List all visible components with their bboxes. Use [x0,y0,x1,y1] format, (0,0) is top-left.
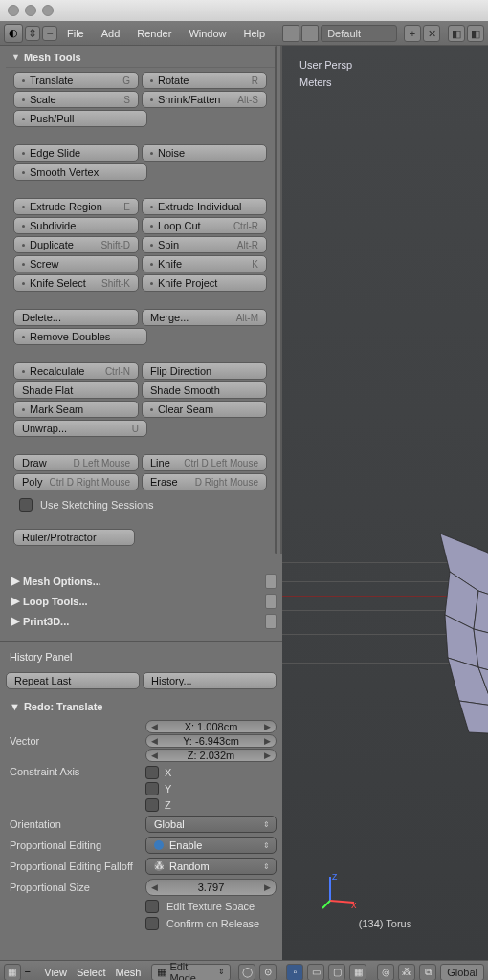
window-titlebar [0,0,488,21]
scene-browse-icon-2[interactable]: ◧ [467,25,484,42]
duplicate-button[interactable]: DuplicateShift-D [13,236,139,253]
push-pull-button[interactable]: Push/Pull [13,110,147,127]
mesh-tools-header[interactable]: ▼Mesh Tools [6,48,275,68]
shrink-fatten-button[interactable]: Shrink/FattenAlt-S [142,91,267,108]
menu-add[interactable]: Add [94,28,128,39]
rotate-button[interactable]: RotateR [142,72,267,89]
normals-group: RecalculateCtrl-N Flip Direction Shade F… [13,362,267,437]
shade-smooth-button[interactable]: Shade Smooth [142,381,267,399]
constraint-y-checkbox[interactable] [145,782,159,795]
info-header: ◐ ⇕ − File Add Render Window Help Defaul… [0,21,488,46]
mesh-options-header[interactable]: ▶Mesh Options... [6,572,261,590]
scene-browse-icon[interactable]: ◧ [448,25,465,42]
constraint-z-checkbox[interactable] [145,798,159,812]
shade-flat-button[interactable]: Shade Flat [13,381,139,399]
vertex-select-icon[interactable]: ▫ [286,964,303,981]
screw-button[interactable]: Screw [13,255,139,272]
mode-select[interactable]: ▦Edit Mode⇕ [151,964,231,981]
recalculate-button[interactable]: RecalculateCtrl-N [13,362,139,380]
vector-y-field[interactable]: ◀Y: -6.943cm▶ [145,734,277,748]
minimize-icon[interactable] [25,5,36,16]
zoom-icon[interactable] [42,5,54,16]
smooth-vertex-button[interactable]: Smooth Vertex [13,163,147,181]
edit-texture-space-label: Edit Texture Space [166,901,255,912]
merge-button[interactable]: Merge...Alt-M [142,309,267,326]
proportional-icon[interactable]: ◎ [377,964,394,981]
line-button[interactable]: LineCtrl D Left Mouse [142,454,267,471]
delete-screen-icon[interactable]: ✕ [423,25,440,42]
menu-render[interactable]: Render [129,28,179,39]
constraint-z-label: Z [165,799,171,811]
minus-icon[interactable]: − [42,26,57,41]
prop-editing-select[interactable]: Enable⇕ [145,837,277,854]
vector-z-field[interactable]: ◀Z: 2.032m▶ [145,749,277,762]
expand-icon[interactable]: ⇕ [25,26,40,41]
subdivide-button[interactable]: Subdivide [13,217,139,234]
grease-pencil-group: DrawD Left Mouse LineCtrl D Left Mouse P… [13,454,267,490]
knife-button[interactable]: KnifeK [142,255,267,272]
3d-viewport[interactable]: User Persp Meters [282,46,488,960]
falloff-select[interactable]: ⁂Random⇕ [145,858,277,875]
menu-select[interactable]: Select [74,967,109,978]
mark-seam-button[interactable]: Mark Seam [13,401,139,418]
minus-icon[interactable]: − [25,966,38,979]
menu-window[interactable]: Window [181,28,233,39]
confirm-on-release-checkbox[interactable] [145,917,159,930]
orientation-select[interactable]: Global⇕ [145,816,277,833]
edge-slide-button[interactable]: Edge Slide [13,144,139,162]
sketch-sessions-checkbox[interactable] [19,498,33,512]
vector-x-field[interactable]: ◀X: 1.008cm▶ [145,720,277,733]
menu-help[interactable]: Help [236,28,274,39]
add-screen-icon[interactable]: + [404,25,421,42]
knife-project-button[interactable]: Knife Project [142,274,267,292]
draw-button[interactable]: DrawD Left Mouse [13,454,139,471]
viewport-shading-icon[interactable]: ◯ [238,964,255,981]
noise-button[interactable]: Noise [142,144,267,162]
ruler-button[interactable]: Ruler/Protractor [13,529,135,546]
loop-tools-header[interactable]: ▶Loop Tools... [6,592,261,610]
transform-orientation-select[interactable]: Global [440,964,484,981]
panel-grip-icon[interactable] [265,594,277,609]
constraint-x-checkbox[interactable] [145,766,159,779]
toolshelf-panel: ▼Mesh Tools TranslateG RotateR ScaleS Sh… [0,46,282,960]
edge-select-icon[interactable]: ▭ [307,964,324,981]
panel-grip-icon[interactable] [265,614,277,629]
pivot-icon[interactable]: ⊙ [259,964,277,981]
unwrap-button[interactable]: Unwrap...U [13,420,147,437]
print3d-header[interactable]: ▶Print3D... [6,612,261,630]
redo-translate-header[interactable]: ▼Redo: Translate [6,695,277,718]
flip-direction-button[interactable]: Flip Direction [142,362,267,380]
remove-doubles-button[interactable]: Remove Doubles [13,328,147,345]
edit-texture-space-checkbox[interactable] [145,900,159,913]
falloff-icon[interactable]: ⁂ [398,964,415,981]
delete-button[interactable]: Delete... [13,309,139,326]
knife-select-button[interactable]: Knife SelectShift-K [13,274,139,292]
translate-button[interactable]: TranslateG [13,72,139,89]
extrude-region-button[interactable]: Extrude RegionE [13,198,139,215]
screen-browse-icon-2[interactable] [301,25,319,42]
erase-button[interactable]: EraseD Right Mouse [142,473,267,490]
scale-button[interactable]: ScaleS [13,91,139,108]
extrude-individual-button[interactable]: Extrude Individual [142,198,267,215]
prop-editing-label: Proportional Editing [6,839,140,851]
menu-mesh[interactable]: Mesh [113,967,144,978]
screen-layout-field[interactable]: Default [321,25,397,42]
face-select-icon[interactable]: ▢ [328,964,345,981]
menu-view[interactable]: View [41,967,70,978]
limit-selection-icon[interactable]: ▦ [349,964,366,981]
blender-icon[interactable]: ◐ [4,24,23,43]
poly-button[interactable]: PolyCtrl D Right Mouse [13,473,139,490]
close-icon[interactable] [8,5,19,16]
spin-button[interactable]: SpinAlt-R [142,236,267,253]
snap-icon[interactable]: ⧉ [419,964,436,981]
repeat-last-button[interactable]: Repeat Last [6,672,140,689]
history-button[interactable]: History... [143,672,277,689]
editor-type-icon[interactable]: ▦ [4,964,21,981]
prop-size-field[interactable]: ◀3.797▶ [145,879,277,896]
panel-grip-icon[interactable] [265,574,277,589]
menu-file[interactable]: File [59,28,92,39]
viewport-header: ◯ ⊙ ▫ ▭ ▢ ▦ ◎ ⁂ ⧉ Global [234,960,488,980]
loop-cut-button[interactable]: Loop CutCtrl-R [142,217,267,234]
clear-seam-button[interactable]: Clear Seam [142,401,267,418]
screen-browse-icon[interactable] [282,25,299,42]
